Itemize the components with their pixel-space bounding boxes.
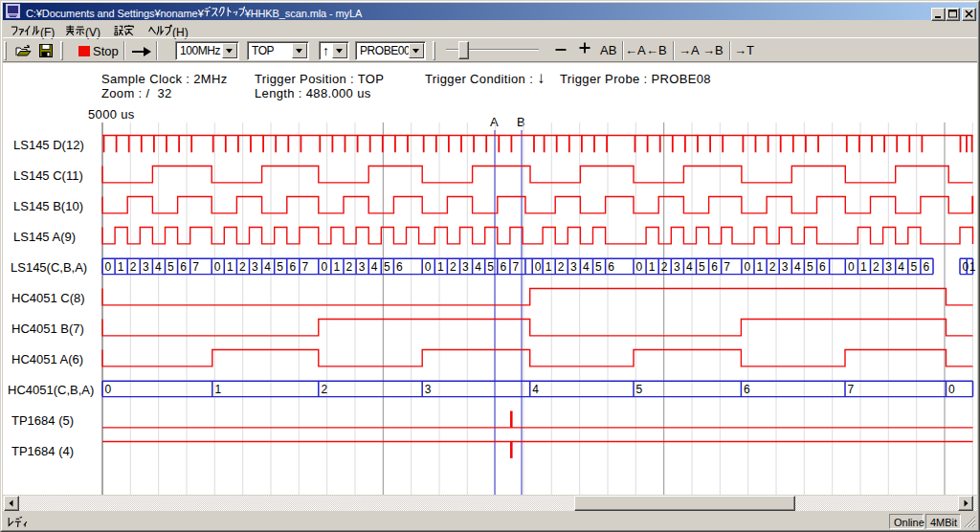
svg-text:3: 3 — [674, 260, 680, 274]
svg-text:6: 6 — [819, 260, 826, 274]
svg-text:7: 7 — [513, 260, 520, 274]
svg-text:3: 3 — [462, 260, 469, 274]
svg-text:0: 0 — [214, 260, 221, 274]
svg-text:1: 1 — [118, 260, 124, 274]
svg-text:2: 2 — [558, 260, 565, 274]
svg-text:6: 6 — [180, 260, 187, 274]
svg-text:4: 4 — [155, 260, 162, 274]
svg-text:1: 1 — [969, 260, 976, 274]
svg-text:1: 1 — [227, 260, 234, 274]
svg-text:HC4051(C,B,A): HC4051(C,B,A) — [8, 383, 94, 397]
svg-text:6: 6 — [500, 260, 506, 274]
svg-text:5: 5 — [277, 260, 283, 274]
svg-text:5: 5 — [636, 383, 643, 396]
svg-text:2: 2 — [873, 260, 880, 274]
svg-text:0: 0 — [105, 383, 112, 396]
svg-text:7: 7 — [302, 260, 309, 274]
svg-text:3: 3 — [570, 260, 577, 274]
svg-text:6: 6 — [289, 260, 296, 274]
svg-text:3: 3 — [143, 260, 149, 274]
svg-text:0: 0 — [321, 260, 327, 274]
svg-text:4: 4 — [794, 260, 801, 274]
svg-text:5: 5 — [699, 260, 705, 274]
svg-text:0: 0 — [848, 260, 855, 274]
svg-text:5: 5 — [595, 260, 602, 274]
svg-text:0: 0 — [948, 383, 955, 396]
svg-text:2: 2 — [321, 383, 327, 396]
svg-text:1: 1 — [214, 383, 221, 396]
svg-text:1: 1 — [649, 260, 656, 274]
svg-text:5: 5 — [487, 260, 494, 274]
svg-text:1: 1 — [860, 260, 867, 274]
svg-text:3: 3 — [252, 260, 258, 274]
svg-text:3: 3 — [885, 260, 892, 274]
svg-text:LS145(C,B,A): LS145(C,B,A) — [11, 260, 87, 275]
svg-text:LS145 C(11): LS145 C(11) — [13, 168, 83, 183]
svg-text:HC4051 B(7): HC4051 B(7) — [11, 321, 84, 336]
svg-text:LS145 B(10): LS145 B(10) — [13, 199, 83, 213]
svg-text:2: 2 — [130, 260, 137, 274]
svg-text:4: 4 — [532, 383, 539, 396]
svg-text:3: 3 — [425, 383, 432, 396]
svg-text:2: 2 — [346, 260, 353, 274]
svg-text:0: 0 — [105, 260, 112, 274]
svg-text:4: 4 — [898, 260, 904, 274]
svg-text:5: 5 — [910, 260, 917, 274]
svg-text:LS145 D(12): LS145 D(12) — [13, 138, 84, 152]
svg-text:TP1684 (4): TP1684 (4) — [11, 444, 74, 458]
svg-text:0: 0 — [425, 260, 432, 274]
svg-text:7: 7 — [724, 260, 730, 274]
svg-text:7: 7 — [848, 383, 855, 396]
svg-text:6: 6 — [924, 260, 930, 274]
svg-text:6: 6 — [608, 260, 614, 274]
svg-text:HC4051 C(8): HC4051 C(8) — [11, 291, 85, 305]
svg-text:2: 2 — [450, 260, 457, 274]
svg-text:1: 1 — [757, 260, 764, 274]
svg-text:0: 0 — [745, 260, 751, 274]
svg-text:3: 3 — [359, 260, 366, 274]
svg-text:5: 5 — [384, 260, 390, 274]
svg-text:HC4051 A(6): HC4051 A(6) — [11, 352, 83, 366]
svg-text:2: 2 — [239, 260, 246, 274]
svg-text:1: 1 — [437, 260, 444, 274]
svg-text:5: 5 — [167, 260, 174, 274]
svg-text:4: 4 — [264, 260, 271, 274]
svg-text:LS145 A(9): LS145 A(9) — [13, 230, 76, 244]
svg-text:6: 6 — [396, 260, 403, 274]
svg-text:4: 4 — [475, 260, 481, 274]
svg-text:0: 0 — [535, 260, 542, 274]
svg-text:0: 0 — [963, 260, 969, 274]
svg-text:1: 1 — [546, 260, 552, 274]
svg-text:3: 3 — [782, 260, 789, 274]
svg-text:6: 6 — [744, 383, 750, 396]
svg-text:6: 6 — [711, 260, 718, 274]
svg-text:2: 2 — [661, 260, 668, 274]
svg-text:4: 4 — [686, 260, 693, 274]
svg-text:0: 0 — [636, 260, 643, 274]
svg-text:7: 7 — [192, 260, 199, 274]
svg-text:5: 5 — [807, 260, 813, 274]
svg-text:4: 4 — [583, 260, 590, 274]
svg-text:1: 1 — [334, 260, 341, 274]
svg-text:4: 4 — [371, 260, 378, 274]
svg-text:TP1684 (5): TP1684 (5) — [11, 413, 74, 428]
svg-text:2: 2 — [769, 260, 776, 274]
